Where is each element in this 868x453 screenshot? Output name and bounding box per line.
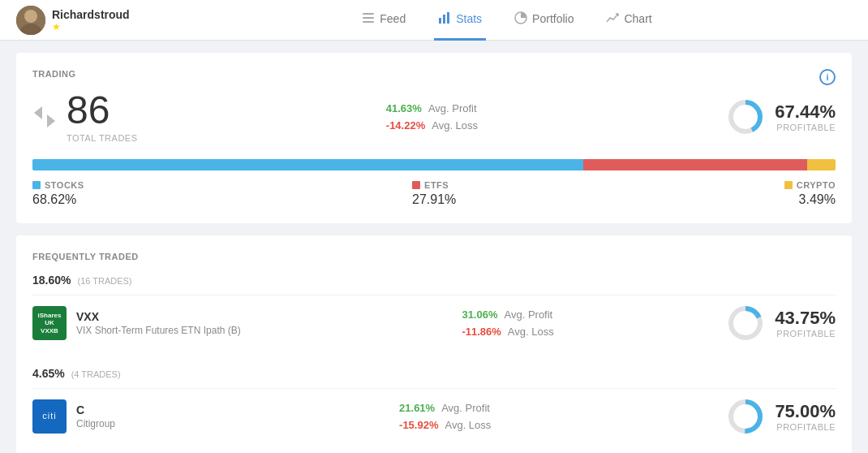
vxx-avg-loss-label: Avg. Loss — [508, 326, 554, 338]
total-trades-label: TOTAL TRADES — [67, 133, 138, 143]
vxx-profitable: 43.75% PROFITABLE — [726, 304, 836, 343]
c-profitable-text: 75.00% PROFITABLE — [775, 401, 836, 432]
etfs-pct: 27.91% — [412, 192, 456, 207]
portfolio-icon — [514, 11, 527, 27]
vxx-profitable-pct: 43.75% — [775, 308, 836, 329]
alloc-crypto: CRYPTO 3.49% — [784, 180, 836, 207]
etfs-badge: ETFS — [412, 180, 456, 190]
vxx-avg-loss-pct: -11.86% — [462, 326, 501, 338]
etfs-label: ETFS — [424, 180, 449, 190]
nav-portfolio[interactable]: Portfolio — [510, 0, 578, 41]
vxx-avg-profit-row: 31.06% Avg. Profit — [462, 308, 553, 321]
stats-icon — [438, 11, 451, 27]
profitable-label: PROFITABLE — [775, 123, 836, 132]
svg-rect-5 — [363, 21, 374, 23]
c-full-name: Citigroup — [76, 418, 115, 429]
c-profitable-pct: 75.00% — [775, 401, 836, 422]
stocks-dot — [32, 181, 41, 189]
donut-chart — [726, 97, 765, 136]
avatar-image — [16, 6, 45, 35]
avg-loss-row: -14.22% Avg. Loss — [386, 119, 478, 132]
nav-portfolio-label: Portfolio — [532, 12, 574, 25]
user-name: Richardstroud — [52, 8, 130, 21]
vxx-profitable-label: PROFITABLE — [775, 329, 836, 339]
user-name-wrap: Richardstroud ★ — [52, 8, 130, 32]
freq-section-title: FREQUENTLY TRADED — [32, 252, 836, 261]
bar-etfs — [583, 159, 807, 170]
avg-profit-pct: 41.63% — [386, 102, 422, 114]
total-trades-block: 86 TOTAL TRADES — [32, 91, 138, 143]
c-avg-profit-pct: 21.61% — [399, 402, 435, 414]
trading-card: TRADING i 86 TOTAL TRADES 41.63% A — [16, 53, 852, 223]
profitable-pct: 67.44% — [775, 101, 836, 123]
avg-stats: 41.63% Avg. Profit -14.22% Avg. Loss — [386, 102, 478, 132]
avg-loss-pct: -14.22% — [386, 119, 425, 132]
arrows-icon — [32, 105, 57, 129]
vxx-donut — [726, 304, 765, 343]
trade-number: 86 — [67, 91, 138, 130]
total-trades-info: 86 TOTAL TRADES — [67, 91, 138, 143]
c-avg-profit-row: 21.61% Avg. Profit — [399, 402, 491, 414]
vxx-avg-profit-label: Avg. Profit — [505, 308, 553, 321]
chart-icon — [606, 11, 619, 27]
c-info: C Citigroup — [76, 403, 115, 429]
svg-rect-6 — [439, 18, 441, 24]
c-profitable: 75.00% PROFITABLE — [726, 397, 836, 436]
main-content: TRADING i 86 TOTAL TRADES 41.63% A — [0, 41, 868, 453]
c-avg-loss-pct: -15.92% — [399, 419, 438, 431]
frequently-traded-card: FREQUENTLY TRADED 18.60% (16 TRADES) iSh… — [16, 235, 852, 453]
allocation-labels: STOCKS 68.62% ETFS 27.91% CRYPTO 3.49% — [32, 180, 836, 207]
c-avg-stats: 21.61% Avg. Profit -15.92% Avg. Loss — [399, 402, 491, 431]
main-nav: Feed Stats Portfolio Chart — [162, 0, 852, 41]
c-profitable-label: PROFITABLE — [775, 422, 836, 432]
vxx-info: VXX VIX Short-Term Futures ETN Ipath (B) — [76, 310, 241, 336]
nav-stats-label: Stats — [456, 12, 482, 25]
avg-loss-label: Avg. Loss — [432, 119, 478, 132]
profitable-block: 67.44% PROFITABLE — [726, 97, 836, 136]
trade-pct-1: 4.65% — [32, 367, 65, 380]
c-avg-loss-label: Avg. Loss — [445, 419, 491, 431]
trade-item-c: citi C Citigroup 21.61% Avg. Profit -15.… — [32, 388, 836, 444]
alloc-stocks: STOCKS 68.62% — [32, 180, 84, 207]
trade-pct-row-1: 4.65% (4 TRADES) — [32, 367, 836, 380]
trade-left-c: citi C Citigroup — [32, 399, 115, 434]
svg-point-1 — [24, 10, 37, 23]
trade-group-0: 18.60% (16 TRADES) iShares UK VXXB VXX V… — [32, 274, 836, 351]
alloc-etfs: ETFS 27.91% — [412, 180, 456, 207]
bar-crypto — [807, 159, 836, 170]
user-star: ★ — [52, 21, 130, 32]
trade-pct-row-0: 18.60% (16 TRADES) — [32, 274, 836, 287]
stocks-label: STOCKS — [45, 180, 84, 190]
nav-stats[interactable]: Stats — [434, 0, 486, 41]
c-avg-profit-label: Avg. Profit — [441, 402, 490, 414]
vxx-avg-stats: 31.06% Avg. Profit -11.86% Avg. Loss — [462, 308, 553, 338]
avg-profit-row: 41.63% Avg. Profit — [386, 102, 478, 114]
etfs-dot — [412, 181, 420, 189]
c-donut — [726, 397, 765, 436]
c-logo: citi — [32, 399, 67, 434]
crypto-pct: 3.49% — [784, 192, 836, 207]
c-avg-loss-row: -15.92% Avg. Loss — [399, 419, 491, 431]
info-icon[interactable]: i — [819, 69, 836, 85]
crypto-label: CRYPTO — [797, 180, 836, 190]
trade-group-1: 4.65% (4 TRADES) citi C Citigroup 21.61% — [32, 367, 836, 444]
svg-rect-7 — [443, 15, 445, 24]
vxx-avg-profit-pct: 31.06% — [462, 308, 497, 321]
nav-chart[interactable]: Chart — [602, 0, 655, 41]
avg-profit-label: Avg. Profit — [428, 102, 477, 114]
trade-pct-0: 18.60% — [32, 274, 71, 287]
stocks-badge: STOCKS — [32, 180, 84, 190]
nav-feed-label: Feed — [380, 12, 406, 25]
allocation-bar — [32, 159, 836, 170]
crypto-badge: CRYPTO — [784, 180, 836, 190]
svg-rect-3 — [363, 13, 374, 15]
trade-count-1: (4 TRADES) — [71, 369, 121, 379]
crypto-dot — [784, 181, 793, 189]
vxx-ticker: VXX — [76, 310, 241, 323]
vxx-profitable-text: 43.75% PROFITABLE — [775, 308, 836, 339]
user-info: Richardstroud ★ — [16, 6, 162, 35]
nav-feed[interactable]: Feed — [358, 0, 410, 41]
header: Richardstroud ★ Feed Stats Portfolio — [0, 0, 868, 41]
vxx-logo: iShares UK VXXB — [32, 306, 67, 340]
vxx-full-name: VIX Short-Term Futures ETN Ipath (B) — [76, 325, 241, 336]
